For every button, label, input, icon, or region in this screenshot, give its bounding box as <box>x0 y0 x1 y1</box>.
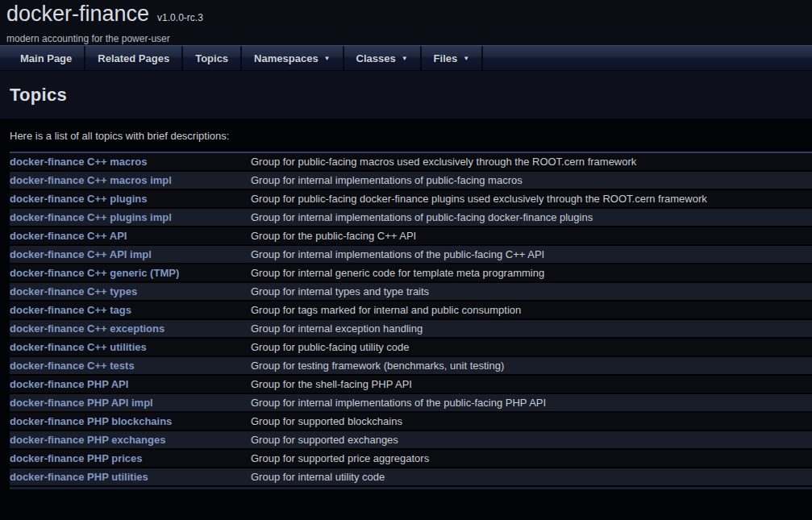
topic-link[interactable]: docker-finance C++ utilities <box>10 341 147 353</box>
topic-description: Group for the public-facing C++ API <box>251 227 812 245</box>
topic-description: Group for internal implementations of pu… <box>251 208 812 227</box>
topic-link[interactable]: docker-finance PHP prices <box>10 452 143 464</box>
topic-link[interactable]: docker-finance C++ tests <box>10 360 135 372</box>
topic-link[interactable]: docker-finance PHP blockchains <box>10 415 172 427</box>
table-row: docker-finance C++ macros Group for publ… <box>10 152 812 171</box>
table-row: docker-finance C++ utilities Group for p… <box>10 338 812 356</box>
topics-table: docker-finance C++ macros Group for publ… <box>10 152 812 487</box>
nav-tab-label: Namespaces <box>254 52 319 64</box>
nav-tab-related-pages[interactable]: Related Pages <box>85 46 183 70</box>
topic-description: Group for internal utility code <box>251 468 812 486</box>
topic-description: Group for tags marked for internal and p… <box>251 301 812 319</box>
table-row: docker-finance PHP API impl Group for in… <box>10 393 812 412</box>
nav-tab-topics[interactable]: Topics <box>183 46 242 70</box>
chevron-down-icon: ▼ <box>402 55 408 62</box>
title-area: docker-financev1.0.0-rc.3 modern account… <box>0 0 812 45</box>
nav-tab-main-page[interactable]: Main Page <box>8 46 85 70</box>
table-row: docker-finance C++ API Group for the pub… <box>10 227 812 245</box>
nav-tab-label: Topics <box>195 52 228 64</box>
topic-description: Group for internal implementations of th… <box>251 393 812 412</box>
topic-description: Group for internal generic code for temp… <box>251 264 812 282</box>
table-row: docker-finance PHP blockchains Group for… <box>10 412 812 431</box>
topic-description: Group for internal implementations of pu… <box>251 171 812 189</box>
topic-description: Group for public-facing utility code <box>251 338 812 356</box>
topic-link[interactable]: docker-finance C++ generic (TMP) <box>10 267 179 279</box>
topic-link[interactable]: docker-finance PHP utilities <box>10 471 148 483</box>
nav-tab-namespaces[interactable]: Namespaces ▼ <box>242 46 344 70</box>
table-row: docker-finance PHP utilities Group for i… <box>10 468 812 486</box>
topic-description: Group for the shell-facing PHP API <box>251 375 812 393</box>
topic-description: Group for testing framework (benchmarks,… <box>251 356 812 375</box>
topic-link[interactable]: docker-finance C++ plugins impl <box>10 211 172 223</box>
topic-link[interactable]: docker-finance C++ plugins <box>10 193 148 205</box>
main-nav: Main Page Related Pages Topics Namespace… <box>0 45 812 71</box>
nav-tablist: Main Page Related Pages Topics Namespace… <box>0 46 483 70</box>
topic-description: Group for internal types and type traits <box>251 282 812 301</box>
nav-tab-files[interactable]: Files ▼ <box>422 46 484 70</box>
table-row: docker-finance C++ macros impl Group for… <box>10 171 812 189</box>
chevron-down-icon: ▼ <box>463 55 469 62</box>
contents: Here is a list of all topics with brief … <box>0 130 812 489</box>
topic-description: Group for internal implementations of th… <box>251 245 812 264</box>
table-row: docker-finance PHP API Group for the she… <box>10 375 812 393</box>
topic-description: Group for internal exception handling <box>251 319 812 338</box>
chevron-down-icon: ▼ <box>324 55 331 62</box>
table-row: docker-finance C++ tags Group for tags m… <box>10 301 812 319</box>
page-header: Topics <box>0 71 812 119</box>
topic-link[interactable]: docker-finance PHP API impl <box>10 397 153 409</box>
topic-link[interactable]: docker-finance C++ API <box>10 230 127 242</box>
table-row: docker-finance C++ plugins impl Group fo… <box>10 208 812 227</box>
topic-link[interactable]: docker-finance C++ macros impl <box>10 174 172 186</box>
topic-link[interactable]: docker-finance C++ types <box>10 285 137 297</box>
nav-tab-label: Files <box>434 52 458 64</box>
topic-description: Group for supported exchanges <box>251 431 812 449</box>
table-row: docker-finance C++ tests Group for testi… <box>10 356 812 375</box>
topic-description: Group for supported blockchains <box>251 412 812 431</box>
topic-link[interactable]: docker-finance PHP API <box>10 378 128 390</box>
project-version: v1.0.0-rc.3 <box>157 12 203 23</box>
topic-link[interactable]: docker-finance C++ tags <box>10 304 131 316</box>
topic-link[interactable]: docker-finance C++ API impl <box>10 248 152 260</box>
table-row: docker-finance PHP exchanges Group for s… <box>10 431 812 449</box>
page-title: Topics <box>10 85 812 106</box>
topic-link[interactable]: docker-finance C++ exceptions <box>10 322 164 335</box>
nav-tab-classes[interactable]: Classes ▼ <box>344 46 422 70</box>
nav-tab-label: Main Page <box>20 52 72 64</box>
topic-description: Group for public-facing macros used excl… <box>251 152 812 171</box>
next-row-partial <box>10 487 812 489</box>
topic-description: Group for supported price aggregators <box>251 449 812 468</box>
table-row: docker-finance C++ exceptions Group for … <box>10 319 812 338</box>
topic-link[interactable]: docker-finance PHP exchanges <box>10 434 165 446</box>
nav-tab-label: Classes <box>356 52 396 64</box>
project-brief: modern accounting for the power-user <box>6 33 812 44</box>
project-name: docker-finance <box>6 2 149 26</box>
nav-tab-label: Related Pages <box>98 52 169 64</box>
table-row: docker-finance C++ types Group for inter… <box>10 282 812 301</box>
table-row: docker-finance C++ plugins Group for pub… <box>10 189 812 208</box>
table-row: docker-finance C++ generic (TMP) Group f… <box>10 264 812 282</box>
table-row: docker-finance PHP prices Group for supp… <box>10 449 812 468</box>
table-row: docker-finance C++ API impl Group for in… <box>10 245 812 264</box>
project-title-line: docker-financev1.0.0-rc.3 <box>6 1 812 31</box>
intro-text: Here is a list of all topics with brief … <box>10 130 812 142</box>
topic-description: Group for public-facing docker-finance p… <box>251 189 812 208</box>
topic-link[interactable]: docker-finance C++ macros <box>10 156 148 168</box>
